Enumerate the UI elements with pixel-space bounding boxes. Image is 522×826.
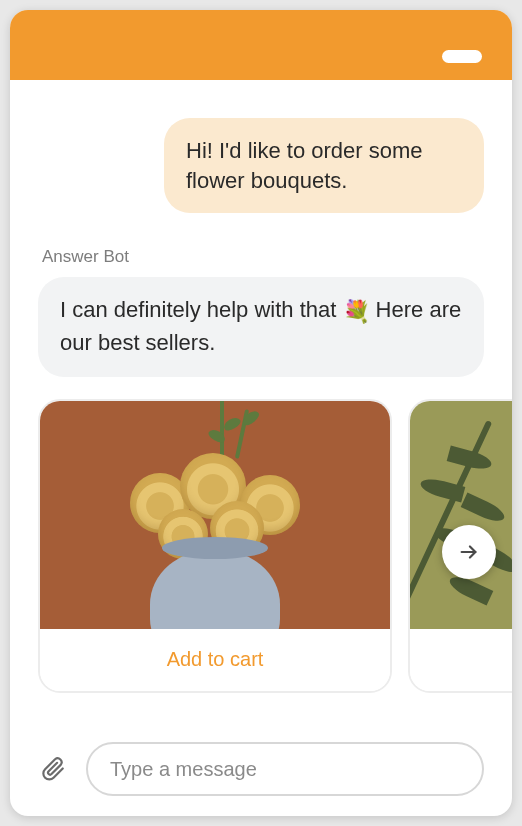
bouquet-emoji-icon: 💐 [343, 297, 370, 328]
attach-button[interactable] [38, 751, 68, 787]
message-input-row [10, 742, 512, 796]
chat-messages: Hi! I'd like to order some flower bouque… [10, 80, 512, 377]
product-carousel: Add to cart Add to car [10, 399, 512, 697]
add-to-cart-label: Add to cart [167, 648, 264, 671]
bot-message-bubble: I can definitely help with that 💐 Here a… [38, 277, 484, 377]
carousel-next-button[interactable] [442, 525, 496, 579]
bot-message-text-pre: I can definitely help with that [60, 297, 343, 322]
chat-header [10, 10, 512, 80]
arrow-right-icon [458, 541, 480, 563]
paperclip-icon [40, 754, 66, 784]
bot-name-label: Answer Bot [38, 247, 484, 267]
add-to-cart-button[interactable]: Add to cart [40, 629, 390, 691]
product-card[interactable]: Add to cart [38, 399, 392, 693]
message-input[interactable] [86, 742, 484, 796]
product-image [40, 401, 390, 629]
user-message-text: Hi! I'd like to order some flower bouque… [186, 138, 423, 193]
minimize-button[interactable] [442, 50, 482, 63]
user-message-bubble: Hi! I'd like to order some flower bouque… [164, 118, 484, 213]
product-image [410, 401, 512, 629]
add-to-cart-button[interactable]: Add to cart [410, 629, 512, 691]
chat-widget: Hi! I'd like to order some flower bouque… [10, 10, 512, 816]
